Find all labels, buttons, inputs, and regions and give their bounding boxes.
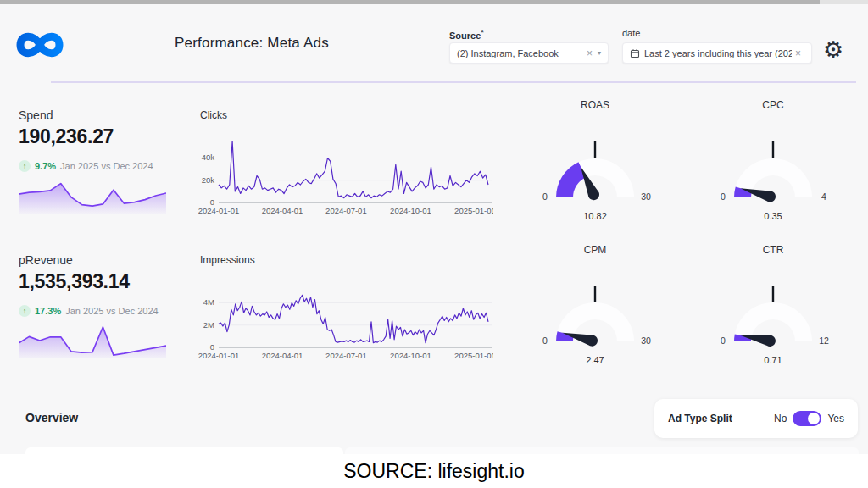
svg-text:0: 0 <box>721 336 726 346</box>
up-arrow-icon: ↑ <box>19 160 31 172</box>
delta-percent: 17.3% <box>35 306 61 316</box>
svg-text:20k: 20k <box>202 175 215 185</box>
overview-section-title: Overview <box>25 411 78 424</box>
source-attribution-text: SOURCE: lifesight.io <box>343 460 524 483</box>
window-top-bar <box>0 0 820 4</box>
source-clear-icon[interactable]: × <box>583 47 596 59</box>
svg-text:2025-01-01: 2025-01-01 <box>454 351 493 360</box>
impressions-line-chart: 02M4M2024-01-012024-04-012024-07-012024-… <box>197 268 493 363</box>
svg-text:2025-01-01: 2025-01-01 <box>454 206 493 215</box>
svg-text:40k: 40k <box>202 152 215 162</box>
ad-type-split-label: Ad Type Split <box>668 413 774 424</box>
svg-text:10.82: 10.82 <box>583 211 607 221</box>
kpi-spend-label: Spend <box>19 108 53 122</box>
svg-text:0: 0 <box>542 336 548 346</box>
date-dropdown[interactable]: Last 2 years including this year (2024 .… <box>622 42 812 64</box>
header-divider <box>51 81 856 83</box>
overview-table-edge <box>25 447 343 454</box>
clicks-chart-title: Clicks <box>200 109 227 121</box>
svg-text:0.35: 0.35 <box>764 211 782 221</box>
kpi-spend-delta: ↑ 9.7% Jan 2025 vs Dec 2024 <box>19 160 153 172</box>
date-dropdown-value: Last 2 years including this year (2024 .… <box>644 48 792 58</box>
svg-text:2024-01-01: 2024-01-01 <box>198 351 240 360</box>
overview-table-edge-right <box>345 447 859 454</box>
ctr-gauge: 0120.71 <box>705 275 841 369</box>
clicks-line-chart: 020k40k2024-01-012024-04-012024-07-01202… <box>197 123 493 218</box>
gear-icon[interactable]: ⚙ <box>823 39 843 62</box>
svg-text:2024-04-01: 2024-04-01 <box>262 206 303 215</box>
up-arrow-icon: ↑ <box>19 305 31 317</box>
svg-text:0.71: 0.71 <box>764 355 782 365</box>
svg-text:0: 0 <box>542 191 548 202</box>
svg-text:0: 0 <box>721 191 726 202</box>
kpi-prevenue-value: 1,535,393.14 <box>19 270 130 293</box>
date-label: date <box>622 28 640 38</box>
prevenue-sparkline <box>19 319 166 358</box>
window-top-bar-end <box>820 0 868 4</box>
svg-text:2M: 2M <box>203 320 214 330</box>
svg-text:2024-07-01: 2024-07-01 <box>326 206 367 215</box>
delta-note: Jan 2025 vs Dec 2024 <box>60 161 153 171</box>
toggle-knob[interactable] <box>808 413 820 424</box>
toggle-no-label[interactable]: No <box>774 413 787 424</box>
svg-text:30: 30 <box>641 191 651 202</box>
source-dropdown[interactable]: (2) Instagram, Facebook × ▾ <box>449 42 609 64</box>
spend-sparkline <box>19 175 166 214</box>
meta-logo-icon <box>14 22 66 68</box>
kpi-prevenue-label: pRevenue <box>19 253 73 267</box>
calendar-icon <box>630 48 640 58</box>
kpi-prevenue-delta: ↑ 17.3% Jan 2025 vs Dec 2024 <box>19 305 159 317</box>
chevron-down-icon[interactable]: ▾ <box>596 49 601 57</box>
delta-percent: 9.7% <box>35 161 56 171</box>
source-dropdown-value: (2) Instagram, Facebook <box>457 48 583 58</box>
impressions-chart-title: Impressions <box>200 254 255 266</box>
ad-type-split-toggle[interactable] <box>793 411 821 426</box>
svg-text:4: 4 <box>821 191 826 202</box>
svg-text:30: 30 <box>641 336 651 346</box>
svg-text:12: 12 <box>819 336 829 346</box>
roas-gauge: 03010.82 <box>527 131 663 225</box>
cpc-gauge-title: CPC <box>705 99 841 111</box>
dashboard: Performance: Meta Ads Source* (2) Instag… <box>0 0 868 488</box>
required-mark: * <box>481 28 484 36</box>
cpc-gauge: 040.35 <box>705 131 841 225</box>
kpi-spend-value: 190,236.27 <box>19 125 114 148</box>
cpm-gauge: 0302.47 <box>527 275 663 369</box>
roas-gauge-title: ROAS <box>527 99 663 111</box>
ctr-gauge-title: CTR <box>705 244 841 256</box>
svg-text:2.47: 2.47 <box>586 355 604 365</box>
svg-text:2024-10-01: 2024-10-01 <box>390 351 431 360</box>
date-clear-icon[interactable]: × <box>792 47 804 59</box>
source-attribution-band: SOURCE: lifesight.io <box>0 454 868 488</box>
svg-text:2024-07-01: 2024-07-01 <box>326 351 367 360</box>
svg-text:2024-10-01: 2024-10-01 <box>390 206 431 215</box>
svg-text:2024-01-01: 2024-01-01 <box>198 206 240 215</box>
delta-note: Jan 2025 vs Dec 2024 <box>65 306 158 316</box>
ad-type-split-card: Ad Type Split No Yes <box>654 399 858 438</box>
cpm-gauge-title: CPM <box>527 244 663 256</box>
toggle-yes-label[interactable]: Yes <box>827 413 844 424</box>
page-title: Performance: Meta Ads <box>175 35 329 52</box>
svg-text:2024-04-01: 2024-04-01 <box>262 351 303 360</box>
source-label: Source* <box>449 28 484 41</box>
svg-text:4M: 4M <box>203 297 214 307</box>
